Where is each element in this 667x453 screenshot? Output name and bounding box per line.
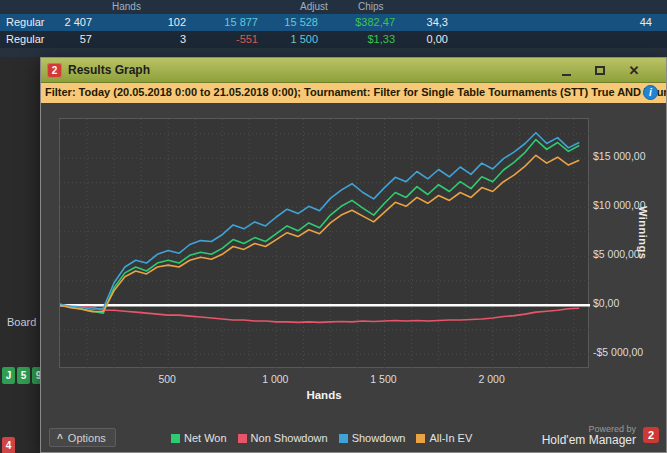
series-showdown <box>60 133 579 310</box>
cell-hands: 2 407 <box>38 16 92 28</box>
table-header-row: Hands Adjust Chips <box>0 0 667 14</box>
legend-swatch <box>171 434 180 443</box>
series-all-in-ev <box>60 155 579 311</box>
options-button[interactable]: ^ Options <box>49 428 116 447</box>
legend-item-showdown[interactable]: Showdown <box>339 432 406 444</box>
cell-stat: 34,3 <box>400 16 448 28</box>
x-tick-label: 2 000 <box>467 373 517 385</box>
card-J: J <box>2 367 15 384</box>
column-header-chips: Chips <box>358 1 384 12</box>
legend-label: Non Showdown <box>251 432 328 444</box>
maximize-button[interactable] <box>588 62 612 79</box>
chart-region: $15 000,00$10 000,00$5 000,00$0,00-$5 00… <box>41 103 666 452</box>
series-net-won <box>60 140 579 314</box>
cell-money: $1,33 <box>328 33 395 45</box>
y-axis-title: Winnings <box>637 206 649 259</box>
cell-adjust: -551 <box>198 33 258 45</box>
cell-chips: 15 528 <box>258 16 318 28</box>
y-tick-label: -$5 000,00 <box>593 346 667 358</box>
cell-hands: 57 <box>38 33 92 45</box>
brand-label: Hold'em Manager <box>542 434 636 448</box>
hm2-app-icon: 2 <box>47 63 62 78</box>
y-tick-label: $0,00 <box>593 297 667 309</box>
legend-label: All-In EV <box>429 432 472 444</box>
legend-swatch <box>339 434 348 443</box>
table-row[interactable]: Regular 2 407 102 15 877 15 528 $382,47 … <box>0 14 667 31</box>
cell-last: 44 <box>598 16 652 28</box>
screen: { "background": { "header_columns": [ { … <box>0 0 667 453</box>
legend-label: Net Won <box>184 432 227 444</box>
table-row[interactable]: Regular 57 3 -551 1 500 $1,33 0,00 <box>0 31 667 48</box>
card-5: 5 <box>17 367 30 384</box>
x-tick-label: 1 500 <box>358 373 408 385</box>
close-icon: ✕ <box>629 64 640 77</box>
chevron-up-icon: ^ <box>57 434 63 444</box>
minimize-button[interactable] <box>554 62 578 79</box>
cell-games: 102 <box>140 16 186 28</box>
legend-item-non-showdown[interactable]: Non Showdown <box>238 432 328 444</box>
y-tick-label: $10 000,00 <box>593 199 667 211</box>
plot-area <box>59 118 589 368</box>
powered-by-block: Powered by Hold'em Manager <box>542 424 636 448</box>
y-tick-label: $15 000,00 <box>593 150 667 162</box>
window-controls: ✕ <box>554 62 646 79</box>
legend-item-all-in-ev[interactable]: All-In EV <box>416 432 472 444</box>
results-graph-dialog: 2 Results Graph ✕ Filter: Today (20.05.2… <box>40 57 667 453</box>
board-section-label: Board <box>7 316 36 328</box>
info-icon[interactable]: i <box>643 85 658 100</box>
legend: Net WonNon ShowdownShowdownAll-In EV <box>171 432 472 444</box>
filter-bar[interactable]: Filter: Today (20.05.2018 0:00 to 21.05.… <box>41 83 666 103</box>
legend-swatch <box>416 434 425 443</box>
maximize-icon <box>595 66 605 75</box>
options-label: Options <box>68 432 106 444</box>
plot-svg <box>60 119 590 369</box>
filter-text: Filter: Today (20.05.2018 0:00 to 21.05.… <box>45 86 666 98</box>
close-button[interactable]: ✕ <box>622 62 646 79</box>
y-tick-label: $5 000,00 <box>593 248 667 260</box>
x-tick-label: 1 000 <box>250 373 300 385</box>
column-header-adjust: Adjust <box>300 1 328 12</box>
series-non-showdown <box>60 305 579 322</box>
cell-adjust: 15 877 <box>198 16 258 28</box>
legend-label: Showdown <box>352 432 406 444</box>
column-header-hands: Hands <box>112 1 141 12</box>
cell-money: $382,47 <box>328 16 395 28</box>
dialog-title: Results Graph <box>68 63 150 77</box>
background-table: Hands Adjust Chips Regular 2 407 102 15 … <box>0 0 667 57</box>
hm2-logo: 2 <box>643 427 659 443</box>
legend-item-net-won[interactable]: Net Won <box>171 432 227 444</box>
bottom-card: 4 <box>2 437 15 453</box>
x-axis-title: Hands <box>294 389 354 401</box>
dialog-title-bar[interactable]: 2 Results Graph ✕ <box>41 58 666 83</box>
cell-chips: 1 500 <box>258 33 318 45</box>
minimize-icon <box>562 74 571 76</box>
table-row-partial <box>0 48 667 57</box>
x-tick-label: 500 <box>142 373 192 385</box>
legend-swatch <box>238 434 247 443</box>
board-cards: J59 <box>2 367 45 384</box>
cell-games: 3 <box>140 33 186 45</box>
cell-stat: 0,00 <box>400 33 448 45</box>
